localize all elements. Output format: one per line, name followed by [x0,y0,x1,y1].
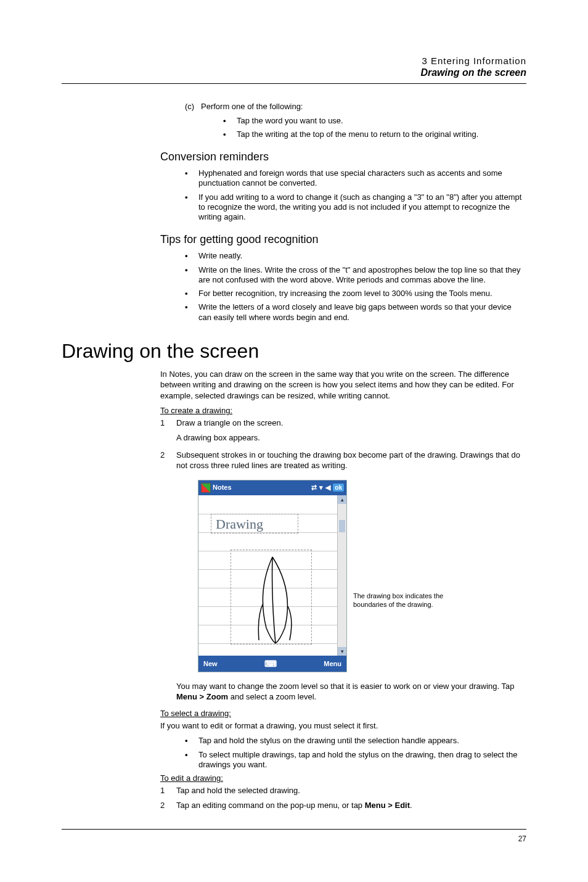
bullet-dot: • [185,750,198,770]
bullet-text: Tap the writing at the top of the menu t… [237,130,526,139]
menu-softkey: Menu [324,660,341,667]
keyboard-icon: ⌨ [264,659,277,669]
bullet-dot: • [185,736,198,746]
new-softkey: New [203,660,218,667]
start-icon [201,483,211,493]
step-text: Draw a triangle on the screen. [176,418,526,429]
bullet-text: If you add writing to a word to change i… [198,192,526,223]
bullet-text: Tap the word you want to use. [237,116,526,126]
bullet-dot: • [185,168,198,189]
scroll-up-icon: ▴ [338,495,346,504]
figure-callout: The drawing box indicates the boundaries… [353,592,464,609]
ok-button: ok [333,484,344,492]
bullet-text: Write the letters of a word closely and … [198,302,526,323]
scroll-down-icon: ▾ [338,647,346,656]
step-num: 1 [160,785,176,796]
bullet-dot: • [185,302,198,323]
step-num: 2 [160,800,176,811]
bullet-text: For better recognition, try increasing t… [198,289,526,299]
bullet-text: Write neatly. [198,251,526,261]
zoom-note: You may want to change the zoom level so… [176,681,526,703]
connectivity-icon: ⇄ [311,484,317,492]
signal-icon: ▾ [319,484,323,492]
step-text: Tap an editing command on the pop-up men… [176,800,526,811]
select-drawing-heading: To select a drawing: [160,709,526,718]
step-text-c: Perform one of the following: [201,101,526,112]
leaf-drawing [254,554,303,646]
page-number: 27 [62,835,526,843]
vertical-scrollbar: ▴ ▾ [337,495,346,656]
conversion-heading: Conversion reminders [160,150,526,163]
step-text: Subsequent strokes in or touching the dr… [176,450,526,471]
step-sub: A drawing box appears. [176,432,526,443]
bullet-text: To select multiple drawings, tap and hol… [198,750,526,770]
app-title: Notes [213,484,232,491]
chapter-label: 3 Entering Information [62,56,526,66]
bullet-text: Tap and hold the stylus on the drawing u… [198,736,526,746]
step-num: 1 [160,418,176,429]
scroll-thumb [339,520,345,532]
section-label: Drawing on the screen [62,67,526,78]
drawing-heading: Drawing on the screen [62,340,526,363]
handwriting-sample: Drawing [216,516,263,532]
speaker-icon: ◀ [325,484,330,492]
step-text: Tap and hold the selected drawing. [176,785,526,796]
device-screenshot: Notes ⇄ ▾ ◀ ok Drawing ▴ ▾ New ⌨ Menu [198,480,347,672]
footer-rule [62,829,526,830]
bullet-text: Write on the lines. Write the cross of t… [198,265,526,286]
header-rule [62,83,526,84]
drawing-intro: In Notes, you can draw on the screen in … [160,369,526,402]
select-intro: If you want to edit or format a drawing,… [160,720,526,732]
bullet-dot: • [185,289,198,299]
bullet-dot: • [185,265,198,286]
create-drawing-heading: To create a drawing: [160,406,526,415]
bullet-dot: • [185,251,198,261]
bullet-text: Hyphenated and foreign words that use sp… [198,168,526,189]
step-num: 2 [160,450,176,471]
edit-drawing-heading: To edit a drawing: [160,773,526,783]
bullet-dot: • [223,116,237,126]
tips-heading: Tips for getting good recognition [160,233,526,246]
step-label-c: (c) [185,101,201,112]
bullet-dot: • [185,192,198,223]
bullet-dot: • [223,130,237,139]
